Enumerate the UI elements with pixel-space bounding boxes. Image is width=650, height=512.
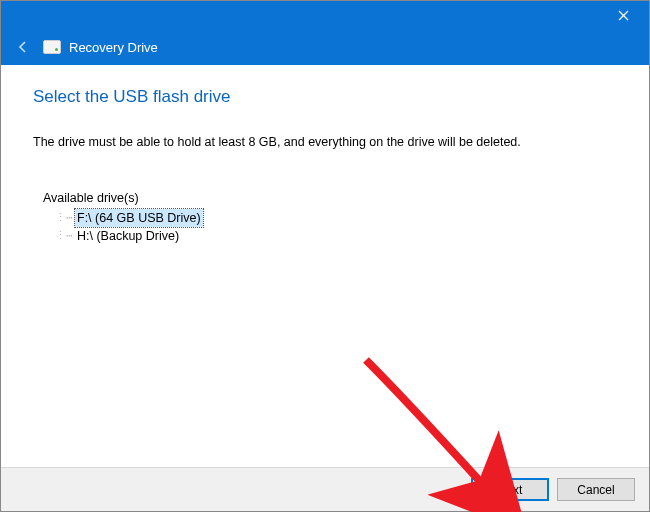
page-heading: Select the USB flash drive bbox=[33, 87, 617, 107]
next-button-label: Next bbox=[498, 483, 523, 497]
drive-item-h[interactable]: ⋮⋯ H:\ (Backup Drive) bbox=[55, 227, 617, 245]
app-title: Recovery Drive bbox=[69, 40, 158, 55]
recovery-drive-window: Recovery Drive Select the USB flash driv… bbox=[0, 0, 650, 512]
close-icon bbox=[618, 10, 629, 21]
close-button[interactable] bbox=[603, 3, 643, 27]
cancel-button[interactable]: Cancel bbox=[557, 478, 635, 501]
page-description: The drive must be able to hold at least … bbox=[33, 135, 617, 149]
next-button[interactable]: Next bbox=[471, 478, 549, 501]
back-arrow-icon bbox=[15, 39, 31, 55]
button-bar: Next Cancel bbox=[1, 467, 649, 511]
tree-connector-icon: ⋮⋯ bbox=[55, 209, 75, 227]
content-area: Select the USB flash drive The drive mus… bbox=[1, 65, 649, 467]
drive-item-label: H:\ (Backup Drive) bbox=[75, 227, 181, 245]
titlebar bbox=[1, 1, 649, 29]
drive-item-label: F:\ (64 GB USB Drive) bbox=[75, 209, 203, 227]
drive-icon bbox=[43, 40, 61, 54]
cancel-button-label: Cancel bbox=[577, 483, 614, 497]
tree-connector-icon: ⋮⋯ bbox=[55, 227, 75, 245]
back-button[interactable] bbox=[13, 37, 33, 57]
drive-item-f[interactable]: ⋮⋯ F:\ (64 GB USB Drive) bbox=[55, 209, 617, 227]
header-bar: Recovery Drive bbox=[1, 29, 649, 65]
available-drives-label: Available drive(s) bbox=[43, 191, 617, 205]
drive-list: ⋮⋯ F:\ (64 GB USB Drive) ⋮⋯ H:\ (Backup … bbox=[55, 209, 617, 245]
